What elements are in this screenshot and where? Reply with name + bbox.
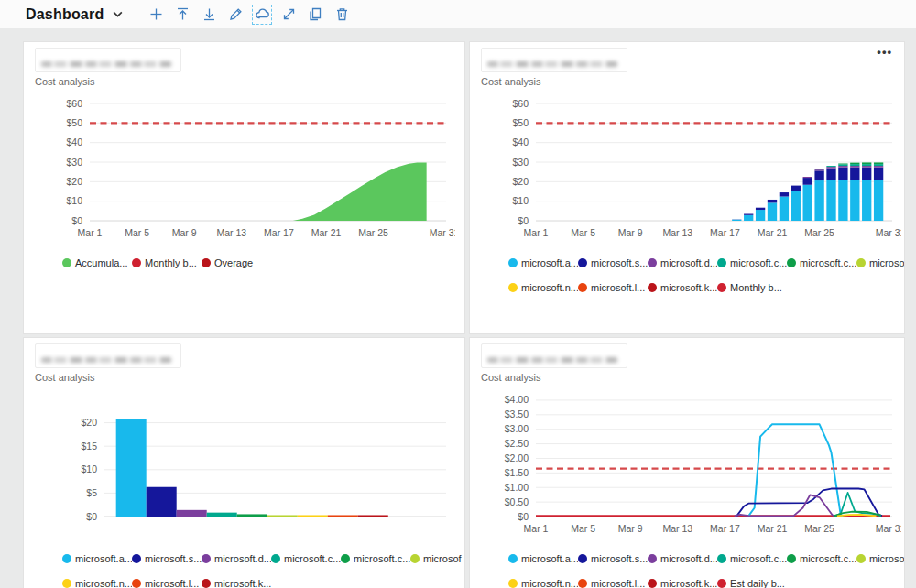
legend-item[interactable]: microsoft.n... bbox=[62, 578, 132, 588]
tile-accumulated-cost-by-service[interactable]: Cost analysis ••• $0$10$20$30$40$50$60Ma… bbox=[469, 41, 905, 334]
legend-color-dot bbox=[648, 554, 657, 563]
tile-daily-cost[interactable]: Cost analysis $0$0.50$1.00$1.50$2.00$2.5… bbox=[469, 337, 905, 588]
legend-item[interactable]: Monthly b... bbox=[717, 282, 787, 293]
legend-label: microsoft.a... bbox=[521, 257, 578, 268]
legend-label: Overage bbox=[214, 257, 253, 268]
legend-item[interactable]: microsoft.d... bbox=[202, 553, 271, 564]
legend-color-dot bbox=[410, 554, 420, 563]
daily-cost-line-chart: $0$0.50$1.00$1.50$2.00$2.50$3.00$3.50$4.… bbox=[481, 388, 901, 546]
legend-item[interactable]: microsoft.c... bbox=[717, 553, 787, 564]
legend-item[interactable]: microsoft.c... bbox=[717, 257, 787, 268]
legend-item[interactable]: microsoft.l... bbox=[132, 578, 202, 588]
legend-label: microsoft.n... bbox=[521, 578, 578, 588]
chart-legend: Accumula...Monthly b...Overage bbox=[35, 250, 453, 275]
svg-text:Mar 17: Mar 17 bbox=[710, 523, 740, 534]
legend-label: Monthly b... bbox=[145, 257, 197, 268]
svg-text:$40: $40 bbox=[512, 136, 529, 147]
svg-text:Mar 1: Mar 1 bbox=[524, 227, 549, 238]
legend-color-dot bbox=[717, 258, 726, 267]
svg-text:$1.00: $1.00 bbox=[505, 482, 529, 493]
tile-title-redacted bbox=[481, 48, 627, 72]
legend-item[interactable]: microsoft.d... bbox=[648, 257, 717, 268]
legend-item[interactable]: microsoft.a... bbox=[508, 553, 578, 564]
legend-item[interactable]: microsoft.k... bbox=[202, 578, 271, 588]
legend-item[interactable]: microsof bbox=[856, 257, 905, 268]
legend-label: microsoft.s... bbox=[591, 553, 648, 564]
svg-text:$0: $0 bbox=[86, 511, 97, 522]
legend-item[interactable]: Overage bbox=[202, 257, 271, 268]
legend-color-dot bbox=[508, 258, 518, 267]
legend-item[interactable]: Accumula... bbox=[62, 257, 132, 268]
more-options-icon[interactable]: ••• bbox=[877, 46, 892, 59]
legend-color-dot bbox=[787, 258, 796, 267]
svg-text:Mar 9: Mar 9 bbox=[172, 227, 197, 238]
legend-color-dot bbox=[578, 579, 587, 588]
delete-icon[interactable] bbox=[332, 5, 352, 25]
svg-text:Mar 21: Mar 21 bbox=[758, 523, 788, 534]
legend-item[interactable]: microsoft.k... bbox=[648, 578, 717, 588]
legend-item[interactable]: microsoft.l... bbox=[578, 282, 648, 293]
legend-color-dot bbox=[508, 283, 518, 292]
new-dashboard-icon[interactable] bbox=[146, 5, 166, 25]
fullscreen-icon[interactable] bbox=[278, 5, 299, 25]
share-icon[interactable] bbox=[252, 5, 272, 25]
svg-text:Mar 5: Mar 5 bbox=[571, 523, 595, 534]
svg-text:Mar 5: Mar 5 bbox=[125, 227, 149, 238]
svg-text:Mar 13: Mar 13 bbox=[216, 227, 246, 238]
clone-icon[interactable] bbox=[305, 5, 325, 25]
legend-color-dot bbox=[202, 579, 211, 588]
legend-item[interactable]: microsoft.c... bbox=[341, 553, 410, 564]
legend-item[interactable]: microsoft.l... bbox=[578, 578, 648, 588]
chevron-down-icon[interactable] bbox=[112, 8, 124, 20]
legend-item[interactable]: microsoft.n... bbox=[508, 578, 578, 588]
svg-text:$50: $50 bbox=[66, 117, 82, 128]
legend-item[interactable]: microsoft.c... bbox=[271, 553, 341, 564]
legend-color-dot bbox=[508, 579, 518, 588]
legend-color-dot bbox=[132, 579, 141, 588]
legend-item[interactable]: microsoft.s... bbox=[578, 257, 648, 268]
legend-item[interactable]: Est daily b... bbox=[717, 578, 787, 588]
legend-color-dot bbox=[856, 554, 866, 563]
legend-label: Monthly b... bbox=[730, 282, 782, 293]
edit-icon[interactable] bbox=[225, 5, 245, 25]
legend-item[interactable]: microsoft.c... bbox=[787, 553, 856, 564]
svg-text:Mar 17: Mar 17 bbox=[710, 227, 740, 238]
legend-item[interactable]: microsoft.d... bbox=[648, 553, 717, 564]
legend-color-dot bbox=[271, 554, 280, 563]
legend-item[interactable]: microsoft.n... bbox=[508, 282, 578, 293]
legend-color-dot bbox=[648, 283, 657, 292]
legend-color-dot bbox=[717, 283, 726, 292]
download-icon[interactable] bbox=[199, 5, 219, 25]
svg-text:$15: $15 bbox=[81, 441, 97, 452]
svg-text:$20: $20 bbox=[512, 176, 529, 187]
svg-text:$10: $10 bbox=[512, 195, 529, 206]
chart-legend: microsoft.a...microsoft.s...microsoft.d.… bbox=[481, 546, 893, 588]
legend-label: microsof bbox=[423, 553, 462, 564]
legend-label: microsoft.c... bbox=[800, 257, 856, 268]
legend-label: microsoft.d... bbox=[660, 257, 717, 268]
upload-icon[interactable] bbox=[172, 5, 192, 25]
legend-color-dot bbox=[132, 258, 141, 267]
legend-color-dot bbox=[62, 579, 71, 588]
svg-text:Mar 25: Mar 25 bbox=[358, 227, 388, 238]
legend-item[interactable]: microsof bbox=[410, 553, 465, 564]
tile-accumulated-cost[interactable]: Cost analysis $0$10$20$30$40$50$60Mar 1M… bbox=[23, 41, 465, 334]
legend-item[interactable]: microsoft.k... bbox=[648, 282, 717, 293]
legend-item[interactable]: microsoft.a... bbox=[62, 553, 132, 564]
svg-text:$0.50: $0.50 bbox=[505, 496, 529, 507]
legend-item[interactable]: microsoft.a... bbox=[508, 257, 578, 268]
tile-cost-by-service[interactable]: Cost analysis $0$5$10$15$20 microsoft.a.… bbox=[23, 337, 465, 588]
legend-item[interactable]: microsof bbox=[856, 553, 905, 564]
legend-label: microsof bbox=[869, 553, 905, 564]
svg-text:Mar 21: Mar 21 bbox=[311, 227, 342, 238]
legend-item[interactable]: microsoft.s... bbox=[132, 553, 202, 564]
svg-text:$10: $10 bbox=[81, 463, 97, 474]
legend-item[interactable]: Monthly b... bbox=[132, 257, 202, 268]
legend-label: microsoft.l... bbox=[591, 578, 645, 588]
legend-item[interactable]: microsoft.c... bbox=[787, 257, 856, 268]
legend-item[interactable]: microsoft.s... bbox=[578, 553, 648, 564]
svg-text:Mar 31: Mar 31 bbox=[876, 523, 901, 534]
dashboard-title[interactable]: Dashboard bbox=[26, 6, 104, 23]
svg-text:Mar 9: Mar 9 bbox=[618, 523, 643, 534]
toolbar-icon-group bbox=[146, 5, 358, 25]
